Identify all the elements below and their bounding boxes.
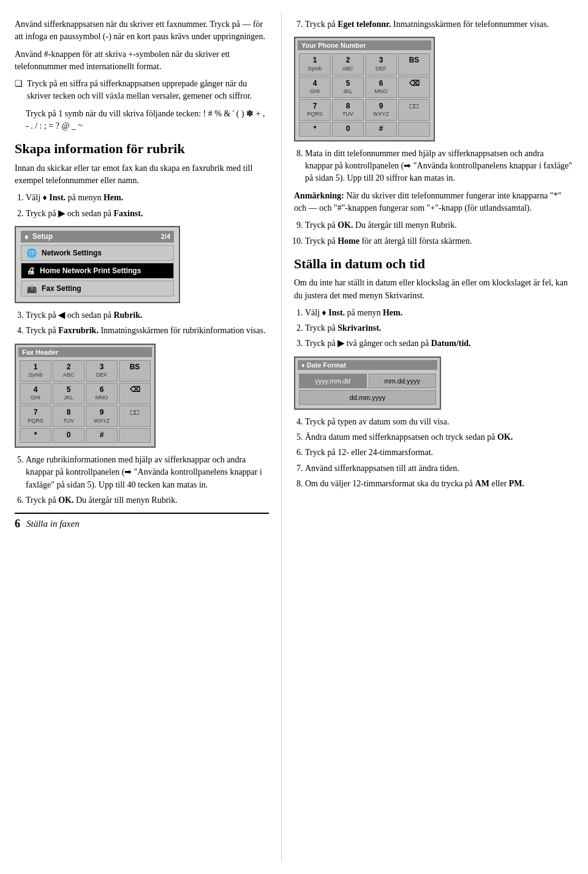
para-2: Använd #-knappen för att skriva +-symbol… (15, 48, 269, 73)
steps-after-screen: Tryck på ◀ och sedan på Rubrik. Tryck på… (26, 309, 269, 337)
ph-key-9-wxyz: 9WXYZ (365, 99, 397, 121)
date-title-text: Date Format (307, 361, 346, 369)
step-3: Tryck på ◀ och sedan på Rubrik. (26, 309, 269, 322)
date-option-yyyymmdd[interactable]: yyyy.mm.dd (299, 374, 367, 388)
key-3-def: 3DEF (86, 360, 118, 382)
key-space: □□ (119, 405, 151, 427)
date-option-ddmmyyyy[interactable]: dd.mm.yyyy (299, 390, 436, 405)
phone-number-keypad: Your Phone Number 1Symb 2ABC 3DEF BS 4GH… (294, 37, 435, 141)
step2-7: Använd sifferknappsatsen till att ändra … (305, 462, 573, 475)
lcd-page-indicator: 2/4 (161, 233, 170, 240)
section2-intro: Om du inte har ställt in datum eller klo… (294, 277, 573, 302)
note-paragraph: Anmärkning: När du skriver ditt telefonn… (294, 190, 573, 215)
lcd-item-network-settings: 🌐 Network Settings (21, 245, 174, 261)
page-number-bar: 6 Ställa in faxen (15, 513, 269, 530)
ph-key-1-symb: 1Symb (299, 53, 331, 75)
key-8-tuv: 8TUV (53, 405, 85, 427)
lcd-item-fax-setting: 📠 Fax Setting (21, 281, 174, 296)
right-steps-after-note: Tryck på OK. Du återgår till menyn Rubri… (305, 219, 573, 247)
para-3: Tryck på en siffra på sifferknappsatsen … (15, 78, 269, 103)
ph-key-empty (398, 122, 430, 137)
key-star: * (20, 428, 51, 443)
key-9-wxyz: 9WXYZ (86, 405, 118, 427)
key-bs: BS (119, 360, 151, 382)
date-format-title: ♦ Date Format (298, 360, 437, 370)
key-5-jkl: 5JKL (53, 383, 85, 404)
ph-key-2-abc: 2ABC (332, 53, 364, 75)
step2-5: Ändra datum med sifferknappsatsen och tr… (305, 431, 573, 443)
lcd-item-label-2: Home Network Print Settings (40, 266, 141, 275)
date-option-mmddyyyy[interactable]: mm.dd.yyyy (369, 374, 437, 388)
step2-2: Tryck på Skrivarinst. (305, 322, 573, 334)
step2-3: Tryck på ▶ två gånger och sedan på Datum… (305, 337, 573, 350)
ph-key-5-jkl: 5JKL (332, 77, 364, 98)
network-icon: 🌐 (26, 248, 37, 258)
key-7-pqrs: 7PQRS (20, 405, 51, 427)
left-column: Använd sifferknappsatsen när du skriver … (0, 12, 282, 862)
step-1: Välj ♦ Inst. på menyn Hem. (26, 192, 269, 204)
ph-key-3-def: 3DEF (365, 53, 397, 75)
lcd-title: Setup (32, 232, 53, 241)
step2-1: Välj ♦ Inst. på menyn Hem. (305, 307, 573, 319)
step2-6: Tryck på 12- eller 24-timmarsformat. (305, 446, 573, 459)
key-4-ghi: 4GHI (20, 383, 51, 404)
ph-key-6-mno: 6MNO (365, 77, 397, 98)
step-5: Ange rubrikinformationen med hjälp av si… (26, 454, 269, 491)
step2-8: Om du väljer 12-timmarsformat ska du try… (305, 478, 573, 490)
steps-final: Ange rubrikinformationen med hjälp av si… (26, 454, 269, 507)
right-column: Tryck på Eget telefonnr. Inmatningsskärm… (282, 12, 588, 862)
key-backspace: ⌫ (119, 383, 151, 404)
phone-key-grid: 1Symb 2ABC 3DEF BS 4GHI 5JKL 6MNO ⌫ 7PQR… (298, 52, 431, 137)
step2-4: Tryck på typen av datum som du vill visa… (305, 416, 573, 428)
ph-key-bs: BS (398, 53, 430, 75)
fax-header-key-grid: 1Symb 2ABC 3DEF BS 4GHI 5JKL 6MNO ⌫ 7PQR… (18, 359, 152, 444)
lcd-item-label-3: Fax Setting (42, 284, 81, 293)
note-label: Anmärkning: (294, 191, 344, 200)
fax-header-keypad: Fax Header 1Symb 2ABC 3DEF BS 4GHI 5JKL … (15, 344, 156, 448)
step-7: Tryck på Eget telefonnr. Inmatningsskärm… (305, 18, 573, 31)
ph-key-hash: # (365, 122, 397, 137)
steps2-after-screen: Tryck på typen av datum som du vill visa… (305, 416, 573, 490)
key-hash: # (86, 428, 118, 443)
phone-number-title: Your Phone Number (298, 40, 431, 50)
page-subtitle: Ställa in faxen (26, 519, 80, 529)
step-9: Tryck på OK. Du återgår till menyn Rubri… (305, 219, 573, 232)
ph-key-7-pqrs: 7PQRS (299, 99, 331, 121)
ph-key-backspace: ⌫ (398, 77, 430, 98)
step-6: Tryck på OK. Du återgår till menyn Rubri… (26, 494, 269, 507)
step-8: Mata in ditt telefonnummer med hjälp av … (305, 148, 573, 185)
section-intro: Innan du skickar eller tar emot fax kan … (15, 162, 269, 187)
step-2: Tryck på ▶ och sedan på Faxinst. (26, 208, 269, 220)
steps2-before-screen: Välj ♦ Inst. på menyn Hem. Tryck på Skri… (305, 307, 573, 350)
date-format-screen: ♦ Date Format yyyy.mm.dd mm.dd.yyyy dd.m… (294, 356, 441, 410)
ph-key-8-tuv: 8TUV (332, 99, 364, 121)
right-steps-top: Tryck på Eget telefonnr. Inmatningsskärm… (305, 18, 573, 31)
para-1: Använd sifferknappsatsen när du skriver … (15, 18, 269, 43)
lcd-title-bar: ♦ Setup 2/4 (21, 231, 174, 243)
inst-icon: ♦ (24, 232, 29, 241)
lcd-item-label-1: Network Settings (42, 249, 102, 257)
ph-key-0: 0 (332, 122, 364, 137)
lcd-setup-screen: ♦ Setup 2/4 🌐 Network Settings 🖨 Home Ne… (15, 226, 180, 303)
key-6-mno: 6MNO (86, 383, 118, 404)
fax-header-title: Fax Header (18, 347, 152, 357)
steps-before-screen: Välj ♦ Inst. på menyn Hem. Tryck på ▶ oc… (26, 192, 269, 220)
page: Använd sifferknappsatsen när du skriver … (0, 0, 588, 874)
lcd-item-home-network: 🖨 Home Network Print Settings (21, 263, 174, 279)
date-options-grid: yyyy.mm.dd mm.dd.yyyy dd.mm.yyyy (298, 372, 437, 406)
section2-heading: Ställa in datum och tid (294, 256, 573, 272)
printer-icon: 🖨 (26, 266, 35, 276)
ph-key-4-ghi: 4GHI (299, 77, 331, 98)
step-4: Tryck på Faxrubrik. Inmatningsskärmen fö… (26, 325, 269, 337)
key-0: 0 (53, 428, 85, 443)
ph-key-star: * (299, 122, 331, 137)
para-4: Tryck på 1 symb när du vill skriva följa… (26, 108, 269, 133)
section-heading-rubrik: Skapa information för rubrik (15, 141, 269, 157)
key-1-symb: 1Symb (20, 360, 51, 382)
step-10: Tryck på Home för att återgå till första… (305, 235, 573, 247)
key-empty (119, 428, 151, 443)
key-2-abc: 2ABC (53, 360, 85, 382)
ph-key-space: □□ (398, 99, 430, 121)
inst-icon-date: ♦ (301, 361, 305, 369)
page-number: 6 (15, 518, 20, 530)
